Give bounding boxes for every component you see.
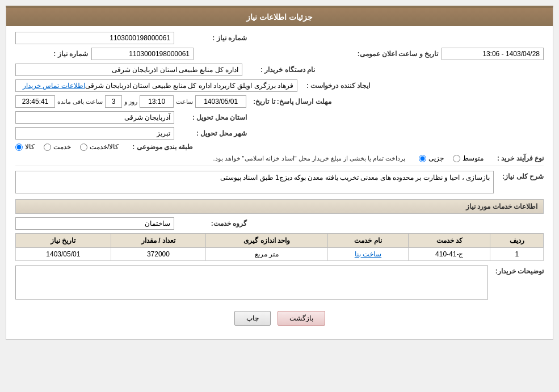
col-tarikh: تاریخ نیاز xyxy=(16,234,111,248)
shomara-label2: شماره نیاز : xyxy=(20,50,88,58)
nooa-label: نوع فرآیند خرید : xyxy=(497,154,544,162)
button-row: بازگشت چاپ xyxy=(15,305,544,334)
ijad-link[interactable]: اطلاعات تماس خریدار xyxy=(23,82,85,90)
nam-dastgah-label: نام دستگاه خریدار : xyxy=(247,66,315,74)
col-kod: کد خدمت xyxy=(409,234,490,248)
col-vahed: واحد اندازه گیری xyxy=(206,234,328,248)
tarikh-label: تاریخ و ساعت اعلان عمومی: xyxy=(358,50,438,58)
table-cell: ساخت بنا xyxy=(327,248,408,261)
col-tedad: تعداد / مقدار xyxy=(111,234,206,248)
ostan-value: آذربایجان شرقی xyxy=(15,111,174,124)
services-header: اطلاعات خدمات مورد نیاز xyxy=(15,199,544,214)
shomara-label: شماره نیاز : xyxy=(179,34,247,42)
group-label: گروه خدمت: xyxy=(179,220,247,227)
mohlat-time-label: ساعت xyxy=(176,98,193,106)
nam-dastgah-value: اداره کل منابع طبیعی استان اذربایجان شرق… xyxy=(15,64,242,76)
sharh-label: شرح کلی نیاز: xyxy=(498,171,544,180)
tabaqe-khedmat-label: خدمت xyxy=(53,143,71,151)
table-cell: 1 xyxy=(490,248,544,261)
table-cell: متر مربع xyxy=(206,248,328,261)
tabaqe-kala-radio[interactable] xyxy=(15,144,23,151)
services-table: ردیف کد خدمت نام خدمت واحد اندازه گیری ت… xyxy=(15,233,544,261)
sharh-textarea[interactable] xyxy=(15,171,494,193)
shomara-value: 1103000198000061 xyxy=(15,32,174,44)
nooa-motovaset-radio[interactable] xyxy=(453,155,460,162)
tabaqe-kala-label: کالا xyxy=(25,143,35,151)
table-cell: 372000 xyxy=(111,248,206,261)
table-cell: 1403/05/01 xyxy=(16,248,111,261)
tabaqe-khedmat-radio[interactable] xyxy=(44,144,51,151)
ostan-label: استان محل تحویل : xyxy=(179,113,247,121)
mohlat-date: 1403/05/01 xyxy=(195,95,246,108)
back-button[interactable]: بازگشت xyxy=(278,311,325,326)
ijad-value: فرهاد برزگری اویلق کاربرداد اداره کل منا… xyxy=(85,82,293,90)
tarikh-value: 1403/04/28 - 13:06 xyxy=(442,48,544,60)
mohlat-time: 13:10 xyxy=(140,95,174,108)
group-value: ساختمان xyxy=(15,217,174,230)
nooa-motovaset-label: متوسط xyxy=(463,154,484,162)
print-button[interactable]: چاپ xyxy=(234,311,271,326)
nooa-payment-note: پرداخت تمام یا بخشی از مبلغ خریداز محل "… xyxy=(15,155,405,162)
nooa-jazee-label: جزیی xyxy=(428,154,444,162)
towzih-textarea[interactable] xyxy=(15,265,488,300)
mohlat-roz: 3 xyxy=(105,95,122,108)
tabaqe-kala-khedmat-label: کالا/خدمت xyxy=(90,143,119,151)
tabaqe-kala-khedmat-radio[interactable] xyxy=(80,144,87,151)
table-cell: ج-41-410 xyxy=(409,248,490,261)
shahr-value: تبریز xyxy=(15,127,174,140)
col-nam: نام خدمت xyxy=(327,234,408,248)
mohlat-saat: 23:45:41 xyxy=(15,95,55,108)
col-radif: ردیف xyxy=(490,234,544,248)
table-row: 1ج-41-410ساخت بنامتر مربع3720001403/05/0… xyxy=(16,248,544,261)
shomara-value2: 1103000198000061 xyxy=(91,48,194,60)
nooa-jazee-radio[interactable] xyxy=(419,155,426,162)
mohlat-saat-label: ساعت باقی مانده xyxy=(57,98,103,106)
mohlat-label: مهلت ارسال پاسخ: تا تاریخ: xyxy=(253,98,331,106)
tabaqe-label: طبقه بندی موضوعی : xyxy=(132,143,193,151)
shahr-label: شهر محل تحویل : xyxy=(179,129,247,137)
mohlat-roz-label: روز و xyxy=(124,98,137,106)
page-title: جزئیات اطلاعات نیاز xyxy=(6,8,553,26)
towzih-label: توضیحات خریدار: xyxy=(493,265,544,275)
ijad-label: ایجاد کننده درخواست : xyxy=(302,82,370,90)
